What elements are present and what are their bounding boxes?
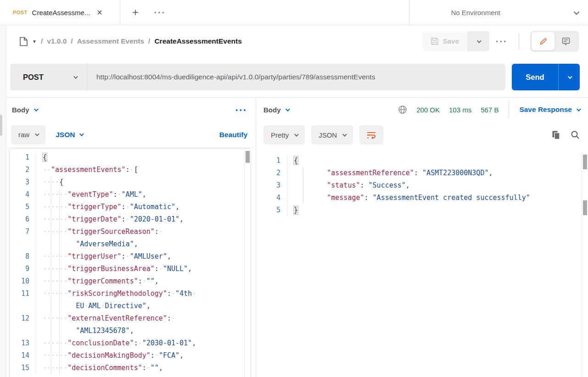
code-line: 12······"externalEventReference":·: [10, 312, 251, 325]
indent-guide: [303, 167, 303, 204]
code-line: EU·AML·Directive",: [10, 300, 251, 312]
copy-icon[interactable]: [552, 130, 560, 140]
request-builder-row: POST http://localhost:8004/ms-duediligen…: [0, 57, 588, 97]
wrap-lines-icon: [366, 131, 376, 139]
body-mode-select[interactable]: raw: [11, 125, 45, 144]
code-line: 1{: [10, 151, 251, 164]
comment-icon: [561, 37, 571, 46]
url-input[interactable]: http://localhost:8004/ms-duediligence-ap…: [87, 64, 505, 90]
code-line: 1{: [261, 155, 582, 167]
chevron-down-icon: [567, 74, 572, 79]
send-options-button[interactable]: [559, 64, 580, 90]
response-size-badge[interactable]: 567 B: [481, 106, 498, 114]
save-options-button[interactable]: [467, 31, 489, 51]
edit-mode-button[interactable]: [532, 32, 554, 50]
divider: [509, 101, 509, 118]
save-response-button[interactable]: Save Response: [519, 105, 580, 114]
code-line: 4······"eventType":·"AML",: [10, 188, 251, 201]
chevron-down-icon: [79, 132, 84, 136]
code-line: 2 "assessmentReference": "ASMT223000N3QD…: [261, 167, 582, 179]
response-view-value: Pretty: [271, 131, 289, 139]
chevron-down-icon: [342, 132, 347, 137]
body-language-select[interactable]: JSON: [56, 131, 83, 139]
code-line: 2··"assessmentEvents":·[: [10, 164, 251, 176]
response-section-tab[interactable]: Body: [263, 106, 281, 114]
body-mode-value: raw: [18, 131, 29, 139]
code-line: 15······"decisionComments":·"",: [10, 362, 251, 374]
method-select[interactable]: POST: [10, 64, 87, 90]
scrollbar-thumb[interactable]: [246, 151, 250, 163]
breadcrumb-row: ▼ / v1.0.0 / Assessment Events / CreateA…: [0, 25, 588, 57]
collapsed-sidebar-rail[interactable]: [0, 26, 6, 377]
code-line: 7······"triggerSourceReason":·: [10, 226, 251, 238]
code-line: 11······"riskScoringMethodology":·"4th·: [10, 288, 251, 300]
code-line: 3 "status": "Success",: [261, 179, 582, 192]
breadcrumb-item-current[interactable]: CreateAssessmentEvents: [154, 37, 241, 45]
chevron-down-icon: [34, 107, 38, 111]
new-tab-button[interactable]: +: [132, 6, 139, 19]
indent-guide: [59, 188, 60, 374]
code-line: 14······"decisionMakingBody":·"FCA",: [10, 349, 251, 362]
status-code-badge[interactable]: 200 OK: [416, 106, 440, 114]
save-response-label: Save Response: [519, 105, 572, 114]
close-tab-icon[interactable]: ✕: [96, 8, 102, 17]
body-language-value: JSON: [56, 131, 75, 139]
tab-options-icon[interactable]: •••: [154, 9, 166, 16]
comments-button[interactable]: [554, 32, 577, 50]
search-icon[interactable]: [571, 130, 580, 139]
tab-bar: POST CreateAssessme... ✕ + ••• No Enviro…: [0, 0, 588, 25]
sidebar-drag-handle[interactable]: [0, 115, 2, 136]
response-body-viewer[interactable]: 1{2 "assessmentReference": "ASMT223000N3…: [256, 152, 582, 377]
environment-selector[interactable]: No Environment: [409, 0, 588, 25]
wrap-lines-button[interactable]: [359, 125, 383, 144]
code-line: 3····{: [10, 176, 251, 188]
chevron-down-icon: [285, 107, 290, 111]
breadcrumb: ▼ / v1.0.0 / Assessment Events / CreateA…: [19, 37, 242, 46]
breadcrumb-separator: /: [148, 37, 150, 45]
breadcrumb-separator: /: [41, 37, 43, 45]
divider: [519, 33, 519, 50]
request-body-panel: Body ••• raw JSON Beautify 1{2··"assessm…: [6, 98, 256, 377]
code-line: 9······"triggerBusinessArea":·"NULL",: [10, 263, 251, 275]
save-icon: [431, 37, 439, 45]
code-line: "AdverseMedia",: [10, 238, 251, 250]
collection-caret-icon[interactable]: ▼: [32, 39, 37, 44]
scrollbar-thumb[interactable]: [583, 200, 587, 215]
chevron-down-icon: [574, 9, 580, 15]
save-button[interactable]: Save: [422, 31, 467, 51]
request-section-tab[interactable]: Body: [12, 106, 29, 114]
tab-title: CreateAssessme...: [32, 9, 90, 17]
breadcrumb-item-folder[interactable]: Assessment Events: [77, 37, 144, 45]
request-options-icon[interactable]: •••: [496, 38, 508, 45]
code-line: 8······"triggerUser":·"AMLUser",: [10, 250, 251, 263]
collection-file-icon[interactable]: [19, 37, 28, 46]
response-time-badge[interactable]: 103 ms: [449, 106, 471, 114]
response-view-select[interactable]: Pretty: [263, 125, 305, 144]
body-options-icon[interactable]: •••: [235, 106, 247, 113]
method-select-value: POST: [23, 73, 44, 82]
chevron-down-icon: [294, 132, 299, 137]
save-button-label: Save: [442, 37, 459, 45]
response-scrollbar[interactable]: [582, 152, 588, 377]
code-line: "AML12345678",: [10, 325, 251, 337]
response-language-value: JSON: [319, 131, 337, 139]
request-tab[interactable]: POST CreateAssessme... ✕: [0, 0, 120, 25]
environment-label: No Environment: [451, 9, 500, 17]
code-line: 5······"triggerType":·"Automatic",: [10, 201, 251, 213]
mode-toggle-group: [530, 31, 579, 52]
response-panel: Body 200 OK 103 ms 567 B Save Response: [256, 98, 588, 377]
code-line: 5}: [261, 204, 582, 216]
response-language-select[interactable]: JSON: [311, 125, 353, 144]
indent-guide: [51, 176, 51, 374]
tab-method-badge: POST: [13, 10, 28, 15]
code-line: 10······"triggerComments":·"",: [10, 275, 251, 288]
beautify-button[interactable]: Beautify: [219, 131, 247, 139]
editor-scrollbar[interactable]: [244, 149, 251, 377]
code-line: 13······"conclusionDate":·"2030-01-01",: [10, 337, 251, 349]
chevron-down-icon: [73, 74, 78, 79]
chevron-down-icon: [577, 107, 581, 111]
request-body-editor[interactable]: 1{2··"assessmentEvents":·[3····{4······"…: [9, 148, 251, 377]
send-button[interactable]: Send: [512, 64, 559, 90]
breadcrumb-item-version[interactable]: v1.0.0: [47, 37, 67, 45]
scrollbar-thumb[interactable]: [583, 155, 587, 169]
